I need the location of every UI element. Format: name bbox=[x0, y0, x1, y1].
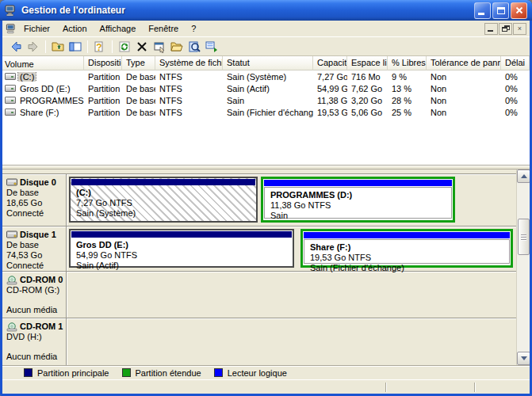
disk-drive-icon bbox=[6, 230, 18, 239]
status-bar-divider bbox=[385, 383, 386, 392]
disk-row-cdrom0: CD-ROM 0 CD-ROM (G:) Aucun média bbox=[2, 271, 516, 318]
partition-size: 19,53 Go NTFS bbox=[310, 253, 509, 263]
toolbar-separator bbox=[45, 40, 46, 53]
volume-name[interactable]: PROGRAMMES (D:) bbox=[18, 96, 84, 105]
cell-freespace: 3,20 Go bbox=[347, 96, 388, 105]
system-menu-icon[interactable] bbox=[6, 23, 17, 34]
column-header-volume[interactable]: Volume bbox=[2, 56, 84, 70]
scrollbar-thumb[interactable] bbox=[518, 219, 530, 255]
partition-f[interactable]: Share (F:) 19,53 Go NTFS Sain (Fichier d… bbox=[300, 229, 513, 268]
refresh-button[interactable] bbox=[116, 39, 133, 55]
minimize-button[interactable] bbox=[474, 2, 491, 19]
cell-capacity: 54,99 Go bbox=[313, 84, 347, 93]
disk-label-disque0[interactable]: Disque 0 De base 18,65 Go Connecté bbox=[2, 174, 67, 226]
mdi-window-controls: × bbox=[484, 23, 526, 35]
title-bar[interactable]: Gestion de l'ordinateur bbox=[0, 0, 532, 21]
cell-overhead: 0% bbox=[501, 72, 530, 82]
partition-d[interactable]: PROGRAMMES (D:) 11,38 Go NTFS Sain bbox=[261, 177, 455, 223]
refresh-icon bbox=[118, 40, 131, 53]
help-button[interactable]: ? bbox=[91, 39, 109, 55]
open-folder-button[interactable] bbox=[168, 39, 186, 55]
disk-size: 18,65 Go bbox=[6, 198, 64, 208]
column-header-freespace[interactable]: Espace libre bbox=[347, 56, 388, 70]
legend-label-extended: Partition étendue bbox=[136, 368, 201, 378]
properties-icon bbox=[153, 40, 166, 53]
column-header-disposition[interactable]: Disposition bbox=[84, 56, 122, 70]
column-header-faulttolerance[interactable]: Tolérance de pannes bbox=[427, 56, 501, 70]
status-bar-divider bbox=[474, 383, 475, 392]
open-folder-icon bbox=[170, 40, 183, 53]
logical-drive-swatch bbox=[214, 368, 223, 377]
partition-size: 7,27 Go NTFS bbox=[76, 198, 256, 208]
partition-status: Sain (Actif) bbox=[76, 261, 293, 271]
delete-button[interactable] bbox=[133, 39, 151, 55]
media-status: Aucun média bbox=[6, 352, 64, 362]
vertical-scrollbar[interactable] bbox=[516, 169, 530, 365]
column-header-filesystem[interactable]: Système de fichiers bbox=[155, 56, 223, 70]
disk-label-disque1[interactable]: Disque 1 De base 74,53 Go Connecté bbox=[2, 227, 67, 271]
disk-name: CD-ROM 0 bbox=[20, 275, 63, 285]
table-row[interactable]: Share (F:) Partition De base NTFS Sain (… bbox=[2, 106, 530, 118]
disk-drive-icon bbox=[6, 178, 18, 187]
toolbar-separator bbox=[112, 40, 113, 53]
menu-fenetre[interactable]: Fenêtre bbox=[142, 22, 185, 35]
column-header-type[interactable]: Type bbox=[122, 56, 155, 70]
table-row[interactable]: Gros DD (E:) Partition De base NTFS Sain… bbox=[2, 82, 530, 94]
volume-list: Volume Disposition Type Système de fichi… bbox=[2, 56, 530, 166]
cell-pctfree: 25 % bbox=[388, 108, 427, 117]
up-one-level-button[interactable] bbox=[49, 39, 67, 55]
partition-area-disque1: Gros DD (E:) 54,99 Go NTFS Sain (Actif) … bbox=[67, 227, 516, 271]
close-button[interactable] bbox=[511, 2, 527, 19]
menu-action[interactable]: Action bbox=[56, 22, 94, 35]
search-button[interactable] bbox=[186, 39, 203, 55]
page-title: Gestion de l'ordinateur bbox=[21, 5, 473, 16]
disk-row-disque1: Disque 1 De base 74,53 Go Connecté Gros … bbox=[2, 226, 516, 271]
chevron-down-icon bbox=[521, 356, 527, 360]
mdi-minimize-button[interactable] bbox=[484, 23, 498, 35]
column-header-capacity[interactable]: Capacité bbox=[313, 56, 347, 70]
partition-legend: Partition principale Partition étendue L… bbox=[2, 365, 530, 379]
cell-type: De base bbox=[122, 96, 155, 105]
partition-e[interactable]: Gros DD (E:) 54,99 Go NTFS Sain (Actif) bbox=[69, 229, 294, 268]
cell-freespace: 716 Mo bbox=[347, 72, 388, 82]
drive-letter: CD-ROM (G:) bbox=[6, 285, 64, 295]
table-row[interactable]: (C:) Partition De base NTFS Sain (Systèm… bbox=[2, 70, 530, 82]
forward-button[interactable] bbox=[25, 39, 42, 55]
column-header-pctfree[interactable]: % Libres bbox=[388, 56, 427, 70]
extended-partition-swatch bbox=[122, 368, 131, 377]
show-console-tree-button[interactable] bbox=[67, 39, 84, 55]
cell-faulttolerance: Non bbox=[427, 72, 501, 82]
disk-label-cdrom0[interactable]: CD-ROM 0 CD-ROM (G:) Aucun média bbox=[2, 272, 67, 318]
partition-c[interactable]: (C:) 7,27 Go NTFS Sain (Système) bbox=[69, 177, 258, 223]
menu-help[interactable]: ? bbox=[185, 22, 202, 35]
menu-affichage[interactable]: Affichage bbox=[94, 22, 143, 35]
forward-icon bbox=[27, 40, 40, 53]
menu-fichier[interactable]: Fichier bbox=[17, 22, 56, 35]
toolbar: ? bbox=[2, 37, 530, 56]
cell-pctfree: 9 % bbox=[388, 72, 427, 82]
column-header-status[interactable]: Statut bbox=[223, 56, 313, 70]
export-list-button[interactable] bbox=[203, 39, 220, 55]
computer-icon bbox=[5, 4, 17, 17]
mdi-restore-button[interactable] bbox=[499, 23, 512, 35]
volume-name[interactable]: Gros DD (E:) bbox=[18, 84, 72, 93]
scroll-down-button[interactable] bbox=[517, 352, 530, 365]
volume-name[interactable]: (C:) bbox=[18, 72, 36, 82]
cell-status: Sain bbox=[223, 96, 313, 105]
table-row[interactable]: PROGRAMMES (D:) Partition De base NTFS S… bbox=[2, 94, 530, 106]
disk-row-cdrom1: CD-ROM 1 DVD (H:) Aucun média bbox=[2, 318, 516, 365]
legend-label-logical: Lecteur logique bbox=[228, 368, 287, 378]
volume-icon bbox=[5, 85, 16, 92]
cell-status: Sain (Fichier d'échange) bbox=[223, 108, 313, 117]
volume-name[interactable]: Share (F:) bbox=[18, 108, 61, 117]
volume-icon bbox=[5, 109, 16, 116]
maximize-button[interactable] bbox=[492, 2, 509, 19]
back-button[interactable] bbox=[7, 39, 25, 55]
column-header-overhead[interactable]: Délai bbox=[501, 56, 530, 70]
cell-capacity: 11,38 Go bbox=[313, 96, 347, 105]
properties-button[interactable] bbox=[151, 39, 168, 55]
mdi-close-button[interactable]: × bbox=[513, 23, 526, 35]
scroll-up-button[interactable] bbox=[517, 169, 530, 183]
disk-label-cdrom1[interactable]: CD-ROM 1 DVD (H:) Aucun média bbox=[2, 318, 67, 365]
cell-faulttolerance: Non bbox=[427, 108, 501, 117]
